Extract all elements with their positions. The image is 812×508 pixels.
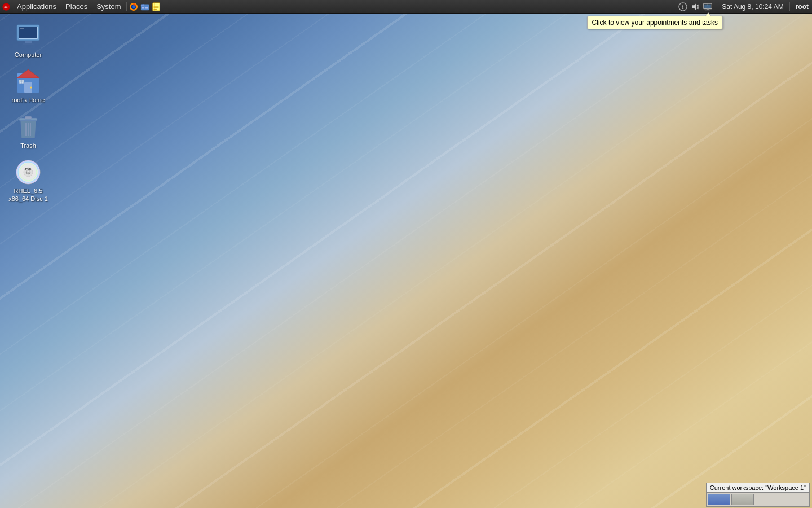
username-text: root bbox=[796, 3, 809, 11]
places-menu[interactable]: Places bbox=[61, 0, 92, 14]
svg-text:DVD: DVD bbox=[25, 168, 32, 171]
clock-text: Sat Aug 8, 10:24 AM bbox=[722, 3, 783, 11]
svg-rect-27 bbox=[25, 41, 32, 43]
svg-rect-21 bbox=[707, 8, 709, 9]
appointments-tooltip: Click to view your appointments and task… bbox=[587, 16, 723, 29]
redhat-svg: RH bbox=[2, 2, 10, 11]
display-svg bbox=[703, 2, 712, 12]
filemanager-icon bbox=[140, 2, 149, 12]
volume-svg bbox=[691, 2, 700, 12]
bottom-panel: Current workspace: "Workspace 1" bbox=[0, 480, 812, 508]
desktop-icons-container: Computer root's Home bbox=[6, 20, 51, 205]
workspace-switcher: Current workspace: "Workspace 1" bbox=[706, 483, 810, 507]
svg-text:i: i bbox=[682, 3, 684, 10]
computer-svg bbox=[15, 23, 42, 50]
panel-separator-1 bbox=[126, 2, 127, 11]
trash-label: Trash bbox=[20, 142, 36, 150]
applications-menu[interactable]: Applications bbox=[12, 0, 61, 14]
panel-right-section: i Sat Aug 8, 10:24 AM bbox=[677, 0, 812, 13]
clock-display[interactable]: Sat Aug 8, 10:24 AM bbox=[718, 0, 787, 14]
workspace-1-button[interactable] bbox=[708, 494, 730, 505]
svg-text:ROM: ROM bbox=[26, 172, 30, 174]
workspace-box bbox=[706, 492, 810, 507]
home-icon-img bbox=[15, 68, 42, 95]
svg-point-32 bbox=[30, 87, 32, 89]
home-label: root's Home bbox=[12, 96, 45, 104]
svg-point-5 bbox=[133, 5, 135, 8]
firefox-launcher[interactable] bbox=[128, 1, 139, 12]
volume-icon[interactable] bbox=[690, 1, 701, 12]
desktop-icon-trash[interactable]: Trash bbox=[6, 111, 51, 152]
home-svg bbox=[15, 68, 42, 95]
dvd-icon-img: DVD ROM bbox=[15, 159, 42, 186]
svg-rect-8 bbox=[142, 7, 144, 9]
notes-launcher[interactable] bbox=[151, 1, 162, 12]
desktop-icon-dvd[interactable]: DVD ROM RHEL_6.5 x86_64 Disc 1 bbox=[6, 156, 51, 205]
svg-rect-38 bbox=[25, 116, 32, 119]
computer-label: Computer bbox=[15, 51, 42, 59]
notes-icon bbox=[152, 2, 161, 12]
desktop-icon-computer[interactable]: Computer bbox=[6, 20, 51, 61]
svg-rect-9 bbox=[145, 7, 148, 9]
desktop-icon-home[interactable]: root's Home bbox=[6, 65, 51, 106]
dvd-svg: DVD ROM bbox=[15, 159, 42, 186]
svg-rect-28 bbox=[23, 43, 34, 45]
info-svg: i bbox=[678, 2, 687, 12]
tooltip-text: Click to view your appointments and task… bbox=[592, 19, 718, 27]
panel-separator-3 bbox=[789, 2, 790, 11]
system-menu[interactable]: System bbox=[92, 0, 125, 14]
panel-separator-2 bbox=[716, 2, 716, 11]
svg-marker-18 bbox=[692, 3, 696, 10]
svg-rect-20 bbox=[704, 4, 711, 8]
desktop bbox=[0, 0, 812, 508]
top-panel: RH Applications Places System bbox=[0, 0, 812, 14]
filemanager-launcher[interactable] bbox=[139, 1, 151, 12]
display-icon[interactable] bbox=[702, 1, 713, 12]
firefox-icon bbox=[129, 2, 138, 12]
svg-rect-22 bbox=[705, 10, 710, 10]
trash-icon-img bbox=[15, 113, 42, 141]
svg-rect-29 bbox=[20, 28, 24, 29]
svg-rect-10 bbox=[153, 2, 160, 10]
workspace-2-button[interactable] bbox=[731, 494, 754, 505]
panel-left-section: RH Applications Places System bbox=[0, 0, 162, 13]
info-icon[interactable]: i bbox=[677, 1, 689, 12]
computer-icon-img bbox=[15, 23, 42, 50]
username-display[interactable]: root bbox=[792, 0, 812, 14]
dvd-label: RHEL_6.5 x86_64 Disc 1 bbox=[8, 187, 48, 203]
trash-svg bbox=[15, 113, 42, 141]
svg-text:RH: RH bbox=[3, 5, 9, 8]
redhat-icon[interactable]: RH bbox=[0, 0, 12, 14]
workspace-label: Current workspace: "Workspace 1" bbox=[706, 483, 810, 492]
